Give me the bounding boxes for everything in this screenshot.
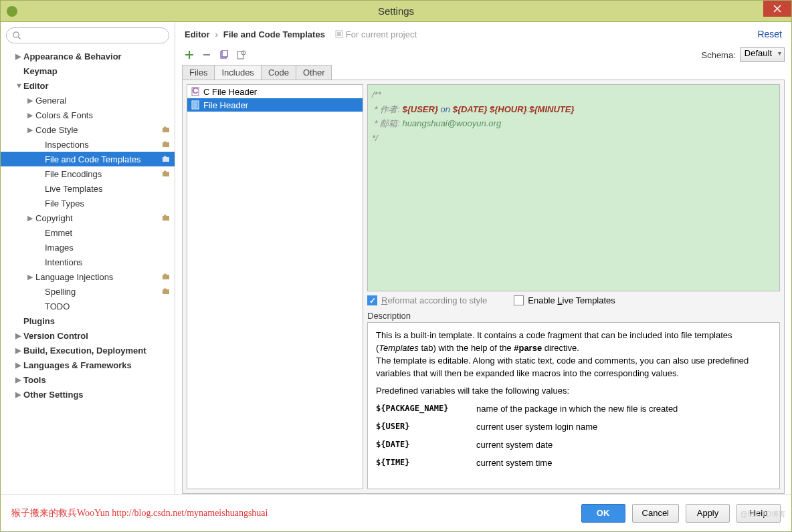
tree-item-label: Languages & Frameworks bbox=[23, 360, 132, 370]
tree-item-copyright[interactable]: ▶Copyright bbox=[1, 211, 175, 225]
tree-item-spelling[interactable]: Spelling bbox=[1, 284, 175, 299]
checkbox-label: eformat according to style bbox=[387, 295, 487, 305]
search-input-wrap[interactable] bbox=[6, 27, 169, 43]
tab-code[interactable]: Code bbox=[261, 65, 296, 80]
tree-item-label: Version Control bbox=[23, 331, 88, 341]
template-code-editor[interactable]: /** * 作者: ${USER} on ${DATE} ${HOUR}:${M… bbox=[367, 84, 780, 291]
checkbox-label: ive Templates bbox=[563, 295, 615, 305]
tree-item-file-and-code-templates[interactable]: File and Code Templates bbox=[1, 152, 175, 166]
tree-item-label: Inspections bbox=[45, 140, 89, 150]
variable-desc: name of the package in which the new fil… bbox=[476, 403, 771, 416]
template-item[interactable]: File Header bbox=[187, 98, 363, 112]
breadcrumb-sep: › bbox=[212, 29, 220, 39]
apply-button[interactable]: Apply bbox=[686, 504, 730, 523]
code-part: * 邮箱: bbox=[372, 118, 403, 128]
desc-bold: #parse bbox=[514, 343, 542, 353]
code-part: * 作者: bbox=[372, 104, 403, 114]
copy-template-button[interactable] bbox=[217, 47, 231, 62]
template-list[interactable]: CC File HeaderFile Header bbox=[187, 84, 363, 489]
project-scope-badge-icon bbox=[161, 287, 171, 296]
tree-item-other-settings[interactable]: ▶Other Settings bbox=[1, 387, 175, 402]
tree-item-language-injections[interactable]: ▶Language Injections bbox=[1, 269, 175, 284]
code-var: ${USER} bbox=[403, 104, 438, 114]
tree-item-label: Images bbox=[45, 243, 74, 253]
breadcrumb-scope: For current project bbox=[346, 29, 417, 39]
project-scope-badge-icon bbox=[161, 213, 171, 223]
description-box[interactable]: This is a built-in template. It contains… bbox=[367, 322, 780, 489]
project-scope-badge-icon bbox=[161, 169, 171, 178]
ok-button[interactable]: OK bbox=[581, 504, 625, 523]
checkbox-icon bbox=[514, 295, 524, 305]
tree-item-build-execution-deployment[interactable]: ▶Build, Execution, Deployment bbox=[1, 343, 175, 358]
tree-item-label: Colors & Fonts bbox=[35, 110, 93, 120]
tree-item-version-control[interactable]: ▶Version Control bbox=[1, 328, 175, 343]
reset-link[interactable]: Reset bbox=[757, 29, 782, 39]
template-item[interactable]: CC File Header bbox=[187, 85, 363, 98]
tree-item-general[interactable]: ▶General bbox=[1, 93, 175, 108]
template-action-button[interactable] bbox=[234, 47, 249, 62]
tree-arrow-icon: ▶ bbox=[27, 126, 35, 134]
content-area: Editor › File and Code Templates For cur… bbox=[175, 22, 791, 494]
help-button[interactable]: Help bbox=[736, 504, 781, 523]
search-input[interactable] bbox=[24, 31, 163, 41]
close-button[interactable] bbox=[763, 1, 791, 17]
desc-em: Templates bbox=[379, 343, 419, 353]
tree-item-intentions[interactable]: Intentions bbox=[1, 255, 175, 269]
window-title: Settings bbox=[378, 5, 414, 17]
tree-arrow-icon: ▶ bbox=[15, 346, 23, 355]
variable-name: ${PACKAGE_NAME} bbox=[376, 403, 476, 416]
file-icon: C bbox=[190, 86, 201, 97]
variable-name: ${DATE} bbox=[376, 439, 476, 452]
mnemonic: L bbox=[557, 295, 562, 305]
tree-item-file-encodings[interactable]: File Encodings bbox=[1, 166, 175, 181]
watermark-text: 猴子搬来的救兵WooYun http://blog.csdn.net/mynam… bbox=[11, 507, 268, 519]
tree-item-todo[interactable]: TODO bbox=[1, 299, 175, 313]
tree-arrow-icon: ▶ bbox=[15, 361, 23, 370]
tree-arrow-icon: ▼ bbox=[15, 82, 23, 90]
tree-item-images[interactable]: Images bbox=[1, 240, 175, 255]
tree-item-label: Emmet bbox=[45, 228, 72, 238]
tree-item-file-types[interactable]: File Types bbox=[1, 196, 175, 211]
svg-rect-6 bbox=[237, 51, 243, 59]
tab-other[interactable]: Other bbox=[296, 65, 332, 80]
tree-item-label: Intentions bbox=[45, 257, 82, 267]
tree-item-live-templates[interactable]: Live Templates bbox=[1, 181, 175, 196]
remove-template-button[interactable] bbox=[199, 47, 214, 62]
live-templates-checkbox[interactable]: Enable Live Templates bbox=[514, 295, 615, 305]
tree-arrow-icon: ▶ bbox=[27, 96, 35, 105]
tab-includes[interactable]: Includes bbox=[214, 65, 261, 80]
desc-text: Predefined variables will take the follo… bbox=[376, 385, 771, 398]
desc-text: The template is editable. Along with sta… bbox=[376, 356, 749, 378]
tree-item-emmet[interactable]: Emmet bbox=[1, 225, 175, 240]
tree-item-label: Other Settings bbox=[23, 390, 84, 400]
tree-item-inspections[interactable]: Inspections bbox=[1, 137, 175, 152]
project-scope-icon bbox=[335, 30, 343, 38]
schema-label: Schema: bbox=[701, 50, 735, 60]
desc-text: tab) with the help of the bbox=[419, 343, 514, 353]
tree-item-colors-fonts[interactable]: ▶Colors & Fonts bbox=[1, 108, 175, 122]
variable-desc: current user system login name bbox=[476, 421, 771, 434]
tree-arrow-icon: ▶ bbox=[27, 214, 35, 223]
add-template-button[interactable] bbox=[182, 47, 197, 62]
reformat-checkbox[interactable]: Reformat according to style bbox=[367, 295, 487, 305]
variable-name: ${USER} bbox=[376, 421, 476, 434]
tree-item-editor[interactable]: ▼Editor bbox=[1, 78, 175, 93]
settings-tree[interactable]: ▶Appearance & BehaviorKeymap▼Editor▶Gene… bbox=[1, 49, 175, 494]
file-icon bbox=[190, 100, 201, 110]
tree-item-languages-frameworks[interactable]: ▶Languages & Frameworks bbox=[1, 358, 175, 372]
tree-item-keymap[interactable]: Keymap bbox=[1, 63, 175, 78]
cancel-button[interactable]: Cancel bbox=[632, 504, 679, 523]
tree-item-label: Tools bbox=[23, 375, 46, 385]
tree-item-plugins[interactable]: Plugins bbox=[1, 313, 175, 328]
tree-item-tools[interactable]: ▶Tools bbox=[1, 372, 175, 387]
tree-item-label: Live Templates bbox=[45, 184, 102, 194]
tab-files[interactable]: Files bbox=[182, 65, 215, 80]
variable-desc: current system date bbox=[476, 439, 771, 452]
tree-arrow-icon: ▶ bbox=[27, 111, 35, 120]
tree-item-label: File Types bbox=[45, 198, 84, 209]
schema-select[interactable]: Default bbox=[740, 47, 785, 62]
tree-item-appearance-behavior[interactable]: ▶Appearance & Behavior bbox=[1, 49, 175, 63]
mnemonic: R bbox=[381, 295, 387, 305]
tree-item-code-style[interactable]: ▶Code Style bbox=[1, 122, 175, 137]
svg-line-1 bbox=[18, 37, 20, 39]
